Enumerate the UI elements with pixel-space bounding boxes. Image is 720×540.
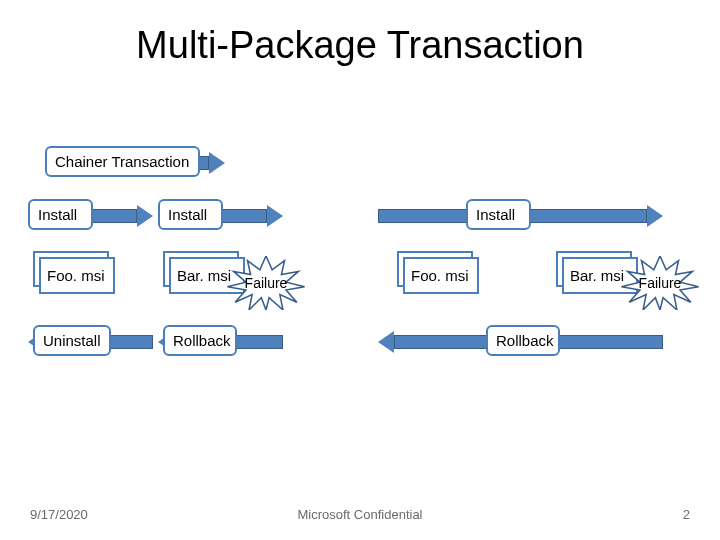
failure-burst-1: Failure (226, 256, 306, 310)
footer-page-number: 2 (683, 507, 690, 522)
rollback-label-1: Rollback (163, 325, 237, 356)
failure-burst-2: Failure (620, 256, 700, 310)
uninstall-label: Uninstall (33, 325, 111, 356)
rollback-label-2: Rollback (486, 325, 560, 356)
failure-text-2: Failure (620, 256, 700, 310)
failure-text-1: Failure (226, 256, 306, 310)
footer-confidential: Microsoft Confidential (0, 507, 720, 522)
foo-box-2: Foo. msi (403, 257, 479, 294)
foo-box-1: Foo. msi (39, 257, 115, 294)
install-label-1: Install (28, 199, 93, 230)
install-label-2: Install (158, 199, 223, 230)
slide-title: Multi-Package Transaction (0, 24, 720, 67)
install-label-3: Install (466, 199, 531, 230)
chainer-transaction-label: Chainer Transaction (45, 146, 200, 177)
